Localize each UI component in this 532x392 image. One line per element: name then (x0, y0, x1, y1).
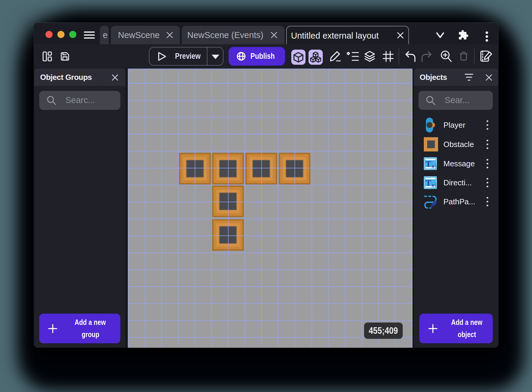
svg-text:T: T (426, 178, 431, 187)
svg-text:x: x (432, 182, 434, 188)
svg-text:T: T (426, 159, 431, 168)
svg-text:x: x (432, 163, 434, 169)
